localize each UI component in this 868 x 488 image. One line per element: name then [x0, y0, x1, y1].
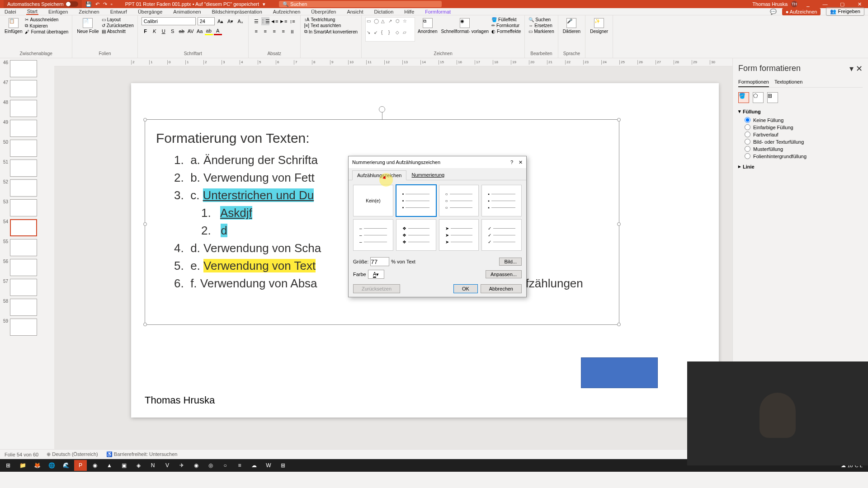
picture-button[interactable]: Bild...	[499, 258, 522, 266]
size-icon[interactable]: ⊞	[767, 92, 778, 103]
autosave-toggle[interactable]: Automatisches Speichern	[4, 0, 82, 8]
thumbnail-slide-49[interactable]: 49	[2, 120, 52, 137]
bullet-option-check[interactable]: ✓✓✓	[481, 219, 522, 251]
app-icon[interactable]: V	[161, 460, 174, 471]
app-icon[interactable]: ◉	[190, 460, 203, 471]
bullet-option-square[interactable]: ▪▪▪	[481, 185, 522, 216]
copy-button[interactable]: ⧉ Kopieren	[25, 23, 68, 28]
tab-aufzeichnen[interactable]: Aufzeichnen	[272, 9, 302, 14]
bullet-option-diamond[interactable]: ❖❖❖	[396, 219, 436, 251]
fill-radio-3[interactable]: Bild- oder Texturfüllung	[745, 139, 863, 145]
font-name-input[interactable]: Calibri	[142, 17, 196, 25]
edge-icon[interactable]: 🌊	[60, 460, 72, 471]
font-color-button[interactable]: A	[214, 27, 222, 35]
tab-datei[interactable]: Datei	[4, 9, 17, 14]
line-section[interactable]: ▸ Linie	[738, 164, 863, 169]
cut-button[interactable]: ✂ Ausschneiden	[25, 17, 68, 22]
thumbnail-slide-59[interactable]: 59	[2, 319, 52, 336]
rectangle-shape[interactable]	[581, 357, 658, 388]
fill-radio-5[interactable]: Folienhintergrundfüllung	[745, 153, 863, 159]
fill-radio-4[interactable]: Musterfüllung	[745, 146, 863, 152]
color-picker[interactable]: A ▾	[368, 270, 384, 279]
search-input[interactable]: 🔍 Suchen	[279, 1, 442, 7]
tab-uebergaenge[interactable]: Übergänge	[137, 9, 163, 14]
shape-effects-button[interactable]: ◐ Formeffekte	[491, 29, 521, 34]
dropdown-icon[interactable]: ▾	[263, 1, 265, 7]
resize-handle[interactable]	[617, 118, 621, 122]
customize-button[interactable]: Anpassen...	[486, 270, 522, 278]
shadow-button[interactable]: S	[169, 27, 177, 35]
italic-button[interactable]: K	[151, 27, 159, 35]
layout-button[interactable]: ▭ Layout	[102, 17, 134, 22]
app-icon[interactable]: ▲	[103, 460, 116, 471]
reset-button[interactable]: ↺ Zurücksetzen	[102, 23, 134, 28]
word-icon[interactable]: W	[262, 460, 275, 471]
lang-icon[interactable]: ⊕ Deutsch (Österreich)	[47, 451, 98, 457]
explorer-icon[interactable]: 📁	[16, 460, 29, 471]
chrome-icon[interactable]: 🌐	[45, 460, 58, 471]
strike-button[interactable]: ab	[178, 27, 186, 35]
bold-button[interactable]: F	[142, 27, 150, 35]
app-icon[interactable]: ⊞	[277, 460, 289, 471]
bullet-option-arrow[interactable]: ➤➤➤	[439, 219, 479, 251]
justify-button[interactable]: ≡	[279, 27, 288, 35]
section-button[interactable]: ▤ Abschnitt	[102, 29, 134, 34]
shape-fill-button[interactable]: 🪣 Fülleffekt	[491, 17, 521, 22]
app-icon[interactable]: N	[146, 460, 159, 471]
quickstyles-button[interactable]: ◉Schnellformat- vorlagen	[440, 17, 490, 35]
replace-button[interactable]: ↔ Ersetzen	[528, 23, 554, 28]
save-icon[interactable]: 💾	[85, 1, 92, 7]
close-dialog-icon[interactable]: ✕	[519, 160, 523, 165]
app-icon[interactable]: ☁	[248, 460, 260, 471]
user-avatar[interactable]: TH	[791, 1, 797, 7]
thumbnail-slide-58[interactable]: 58	[2, 299, 52, 316]
toggle-switch[interactable]	[66, 1, 78, 7]
rotate-handle[interactable]	[379, 106, 385, 113]
select-button[interactable]: ▭ Markieren	[528, 29, 554, 34]
highlight-button[interactable]: ab	[205, 27, 213, 35]
spacing-button[interactable]: AV	[187, 27, 195, 35]
thumbnail-slide-48[interactable]: 48	[2, 100, 52, 117]
tab-dictation[interactable]: Dictation	[373, 9, 394, 14]
app-icon[interactable]: ✈	[175, 460, 188, 471]
tab-numbering[interactable]: Nummerierung	[406, 170, 449, 180]
thumbnail-slide-47[interactable]: 47	[2, 80, 52, 97]
app-icon[interactable]: ≡	[233, 460, 246, 471]
columns-button[interactable]: ⫼	[288, 27, 297, 35]
thumbnail-slide-54[interactable]: 54	[2, 219, 52, 236]
thumbnail-slide-53[interactable]: 53	[2, 199, 52, 216]
record-button[interactable]: ● Aufzeichnen	[782, 8, 821, 15]
underline-button[interactable]: U	[160, 27, 168, 35]
resize-handle[interactable]	[617, 222, 621, 226]
indent-button[interactable]: ►≡	[279, 17, 288, 25]
app-icon[interactable]: ▣	[118, 460, 130, 471]
fill-radio-2[interactable]: Farbverlauf	[745, 131, 863, 137]
start-button[interactable]: ⊞	[2, 460, 14, 471]
powerpoint-icon[interactable]: P	[74, 460, 87, 471]
align-text-button[interactable]: [≡] Text ausrichten	[304, 23, 358, 28]
panel-close-icon[interactable]: ✕	[856, 64, 863, 73]
size-input[interactable]	[370, 257, 389, 266]
format-painter-button[interactable]: 🖌 Format übertragen	[25, 29, 68, 34]
arrange-button[interactable]: ⧉Anordnen	[417, 17, 438, 35]
thumbnail-slide-50[interactable]: 50	[2, 140, 52, 157]
user-name[interactable]: Thomas Hruska	[752, 1, 788, 7]
redo-icon[interactable]: ↷	[103, 1, 107, 7]
fill-radio-1[interactable]: Einfarbige Füllung	[745, 124, 863, 130]
fill-line-icon[interactable]: 🪣	[738, 92, 749, 103]
bullet-option-dash[interactable]: –––	[353, 219, 393, 251]
new-slide-button[interactable]: 📄Neue Folie	[76, 17, 99, 35]
accessibility-button[interactable]: ♿ Barrierefreiheit: Untersuchen	[106, 451, 178, 457]
comments-icon[interactable]: 💬	[770, 9, 777, 15]
smartart-button[interactable]: ⧉ In SmartArt konvertieren	[304, 29, 358, 34]
app-icon[interactable]: ◎	[204, 460, 217, 471]
app-icon[interactable]: ◉	[89, 460, 101, 471]
dictate-button[interactable]: 🎤Diktieren	[562, 17, 581, 35]
tab-formformat[interactable]: Formformat	[424, 9, 452, 14]
thumbnail-slide-57[interactable]: 57	[2, 279, 52, 296]
tab-entwurf[interactable]: Entwurf	[109, 9, 128, 14]
shapes-gallery[interactable]: ▭◯△↗⬡☆ ↘↙{}◇▱	[365, 17, 415, 42]
thumbnail-slide-46[interactable]: 46	[2, 60, 52, 77]
slideshow-icon[interactable]: ▫	[111, 1, 113, 7]
case-button[interactable]: Aa	[196, 27, 204, 35]
